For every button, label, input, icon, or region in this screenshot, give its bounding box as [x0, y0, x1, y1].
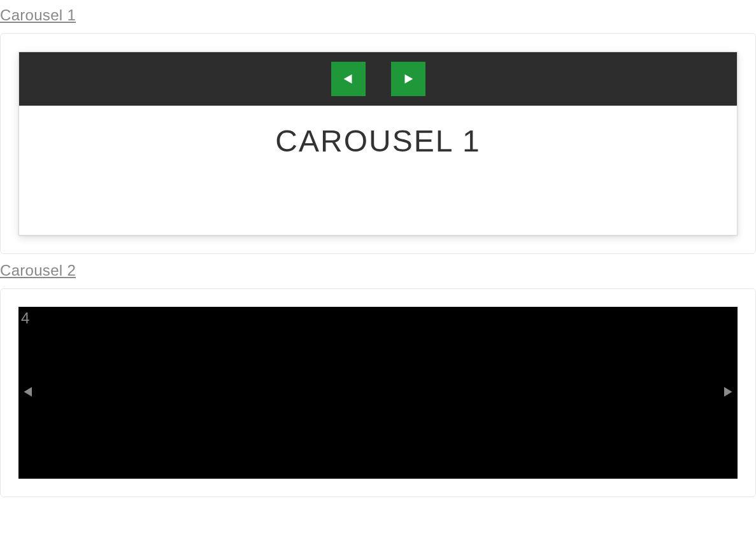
triangle-left-icon: [341, 72, 355, 86]
carousel-2-panel: 4: [0, 288, 756, 497]
carousel-1: CAROUSEL 1: [18, 52, 738, 236]
carousel-1-next-button[interactable]: [391, 62, 425, 96]
carousel-2-next-button[interactable]: [721, 385, 734, 401]
triangle-right-icon: [721, 385, 734, 399]
carousel-1-nav-bar: [19, 52, 737, 106]
carousel-1-prev-button[interactable]: [331, 62, 366, 96]
triangle-left-icon: [22, 385, 35, 399]
carousel-1-slide-title: CAROUSEL 1: [32, 123, 724, 159]
carousel-2-prev-button[interactable]: [22, 385, 35, 401]
triangle-right-icon: [401, 72, 415, 86]
carousel-1-panel: CAROUSEL 1: [0, 33, 756, 254]
carousel-1-heading[interactable]: Carousel 1: [0, 6, 756, 24]
carousel-2: 4: [18, 307, 738, 479]
carousel-2-slide-number: 4: [21, 309, 29, 327]
carousel-2-heading[interactable]: Carousel 2: [0, 262, 756, 279]
carousel-1-slide: CAROUSEL 1: [19, 106, 737, 235]
